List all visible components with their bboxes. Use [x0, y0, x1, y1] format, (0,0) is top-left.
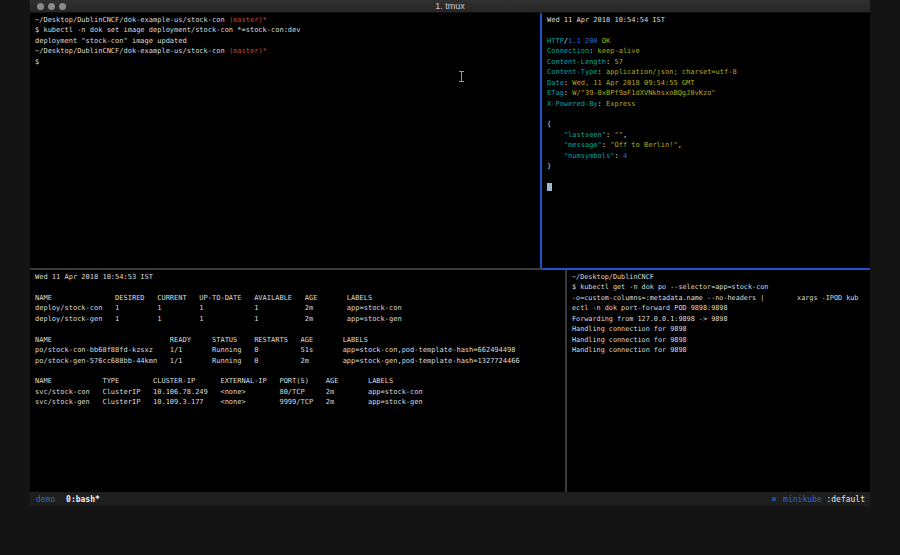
kube-context-label: minikube	[783, 495, 822, 504]
close-button[interactable]	[37, 3, 44, 10]
terminal-text-segment: Connection	[547, 47, 589, 55]
terminal-line	[35, 282, 561, 292]
terminal-line: ~/Desktop/DublinCNCF/dok-example-us/stoc…	[35, 15, 536, 25]
terminal-cursor	[547, 183, 552, 191]
terminal-text-segment: :	[589, 47, 597, 55]
terminal-line: {	[547, 119, 866, 129]
terminal-line: ectl -n dok port-forward POD 9898:9898	[572, 303, 866, 313]
pane-bottom-left-kubectl-get[interactable]: Wed 11 Apr 2018 10:54:53 IST NAME DESIRE…	[30, 270, 565, 492]
mouse-ibeam-cursor-icon	[458, 71, 465, 82]
terminal-text-segment: "message"	[547, 141, 602, 149]
terminal-line: $ kubectl get -n dok po --selector=app=s…	[572, 282, 866, 292]
terminal-text-segment: "Off to Berlin!"	[610, 141, 677, 149]
terminal-line: ~/Desktop/DublinCNCF	[572, 272, 866, 282]
terminal-text-segment: 4	[623, 152, 627, 160]
terminal-line: po/stock-gen-576cc688bb-44kmn 1/1 Runnin…	[35, 356, 561, 366]
kube-namespace-label: :default	[826, 495, 865, 504]
terminal-line: $ kubectl -n dok set image deployment/st…	[35, 25, 536, 35]
terminal-line: "message": "Off to Berlin!",	[547, 140, 866, 150]
pane-top-right-http-response[interactable]: Wed 11 Apr 2018 10:54:54 IST HTTP/1.1 20…	[542, 13, 870, 268]
terminal-line: HTTP/1.1 200 OK	[547, 36, 866, 46]
terminal-text-segment: :	[614, 152, 622, 160]
terminal-line: svc/stock-con ClusterIP 10.106.78.249 <n…	[35, 387, 561, 397]
terminal-line: NAME TYPE CLUSTER-IP EXTERNAL-IP PORT(S)…	[35, 376, 561, 386]
pane-bottom-right-port-forward[interactable]: ~/Desktop/DublinCNCF$ kubectl get -n dok…	[567, 270, 870, 492]
terminal-text-segment: ETag	[547, 89, 564, 97]
terminal-text-segment: X-Powered-By	[547, 100, 598, 108]
terminal-text-segment: OK	[598, 37, 611, 45]
terminal-text-segment: ""	[614, 131, 622, 139]
terminal-line: Content-Type: application/json; charset=…	[547, 67, 866, 77]
terminal-text-segment: Content-Length	[547, 58, 606, 66]
terminal-text-segment: Wed, 11 Apr 2018 09:54:55 GMT	[572, 79, 694, 87]
terminal-text-segment: 1.1 200	[568, 37, 598, 45]
tmux-status-bar: demo 0:bash* ☸ minikube :default	[30, 492, 870, 506]
terminal-line: Handling connection for 9898	[572, 345, 866, 355]
status-bar-left: demo 0:bash*	[36, 495, 100, 504]
ibeam-cap	[459, 81, 464, 82]
terminal-text-segment: :	[598, 68, 606, 76]
terminal-line: "numsymbols": 4	[547, 151, 866, 161]
terminal-line	[547, 182, 866, 192]
terminal-line	[547, 25, 866, 35]
window-title: 1. tmux	[435, 0, 465, 12]
terminal-text-segment: 57	[614, 58, 622, 66]
window-titlebar[interactable]: 1. tmux	[30, 0, 870, 13]
terminal-text-segment: "numsymbols"	[547, 152, 614, 160]
terminal-text-segment: HTTP	[547, 37, 564, 45]
terminal-text-segment: (master)*	[229, 16, 267, 24]
pane-top-left-shell[interactable]: ~/Desktop/DublinCNCF/dok-example-us/stoc…	[30, 13, 540, 268]
terminal-text-segment: ~/Desktop/DublinCNCF/dok-example-us/stoc…	[35, 47, 229, 55]
terminal-line: NAME DESIRED CURRENT UP-TO-DATE AVAILABL…	[35, 293, 561, 303]
terminal-text-segment: Date	[547, 79, 564, 87]
terminal-text-segment: W/"39-0xBPf9aF1dXVNkhsxoBQgJ8vKzo"	[572, 89, 715, 97]
traffic-lights	[37, 3, 66, 10]
terminal-text-segment: :	[598, 100, 606, 108]
terminal-line: po/stock-con-bb68f88fd-kzsxz 1/1 Running…	[35, 345, 561, 355]
terminal-line: }	[547, 161, 866, 171]
terminal-line: deploy/stock-gen 1 1 1 1 2m app=stock-ge…	[35, 314, 561, 324]
minimize-button[interactable]	[48, 3, 55, 10]
terminal-text-segment: Express	[606, 100, 636, 108]
terminal-line	[547, 172, 866, 182]
terminal-line: "lastseen": "",	[547, 130, 866, 140]
terminal-text-segment: application/json; charset=utf-8	[606, 68, 737, 76]
terminal-text-segment: ,	[678, 141, 682, 149]
terminal-line: Connection: keep-alive	[547, 46, 866, 56]
terminal-line: X-Powered-By: Express	[547, 99, 866, 109]
terminal-text-segment: "lastseen"	[547, 131, 606, 139]
kubernetes-wheel-icon: ☸	[771, 495, 776, 504]
terminal-line: $	[35, 57, 536, 67]
terminal-line: Forwarding from 127.0.0.1:9898 -> 9898	[572, 314, 866, 324]
terminal-line: -o=custom-columns=:metadata.name --no-he…	[572, 293, 866, 303]
terminal-line: ~/Desktop/DublinCNCF/dok-example-us/stoc…	[35, 46, 536, 56]
terminal-line: Wed 11 Apr 2018 10:54:53 IST	[35, 272, 561, 282]
terminal-line: Date: Wed, 11 Apr 2018 09:54:55 GMT	[547, 78, 866, 88]
terminal-line: ETag: W/"39-0xBPf9aF1dXVNkhsxoBQgJ8vKzo"	[547, 88, 866, 98]
terminal-line: Handling connection for 9898	[572, 324, 866, 334]
terminal-line: deploy/stock-con 1 1 1 1 2m app=stock-co…	[35, 303, 561, 313]
terminal-line	[35, 324, 561, 334]
terminal-text-segment: (master)*	[229, 47, 267, 55]
terminal-line	[35, 366, 561, 376]
terminal-text-segment: keep-alive	[598, 47, 640, 55]
status-bar-right: ☸ minikube :default	[771, 495, 865, 504]
tmux-window-item[interactable]: 0:bash*	[66, 495, 100, 504]
terminal-line: Content-Length: 57	[547, 57, 866, 67]
terminal-line	[547, 109, 866, 119]
terminal-text-segment: ,	[623, 131, 627, 139]
terminal-line: Handling connection for 9898	[572, 335, 866, 345]
terminal-line: svc/stock-gen ClusterIP 10.109.3.177 <no…	[35, 397, 561, 407]
terminal-text-segment: ~/Desktop/DublinCNCF/dok-example-us/stoc…	[35, 16, 229, 24]
terminal-line: Wed 11 Apr 2018 10:54:54 IST	[547, 15, 866, 25]
terminal-text-segment: Content-Type	[547, 68, 598, 76]
tmux-session-area: ~/Desktop/DublinCNCF/dok-example-us/stoc…	[30, 13, 870, 492]
terminal-line: NAME READY STATUS RESTARTS AGE LABELS	[35, 335, 561, 345]
zoom-button[interactable]	[59, 3, 66, 10]
tmux-session-name[interactable]: demo	[36, 495, 55, 504]
terminal-window: 1. tmux ~/Desktop/DublinCNCF/dok-example…	[30, 0, 870, 506]
terminal-text-segment: :	[602, 141, 610, 149]
terminal-line: deployment "stock-con" image updated	[35, 36, 536, 46]
